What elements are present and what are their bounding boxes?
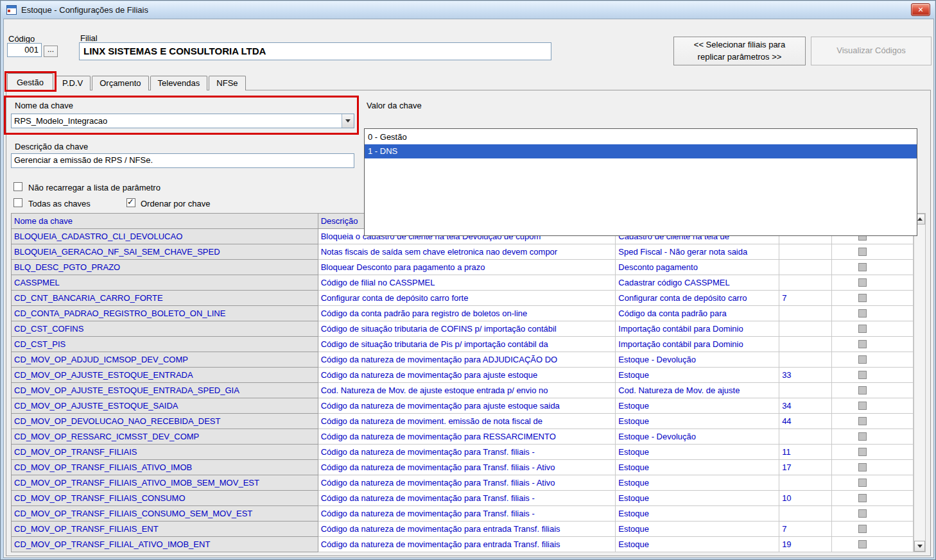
dropdown-option[interactable]: 0 - Gestão <box>365 130 917 144</box>
close-button[interactable]: ✕ <box>911 3 930 16</box>
codigo-field[interactable]: 001 <box>7 43 42 57</box>
codigo-label: Código <box>8 34 35 44</box>
replicar-line1: << Selecionar filiais para <box>694 39 785 51</box>
window-title: Estoque - Configurações de Filiais <box>21 5 148 15</box>
app-icon <box>6 5 17 15</box>
tab-orcamento[interactable]: Orçamento <box>92 76 148 90</box>
filial-label: Filial <box>80 33 98 43</box>
tab-nfse[interactable]: NFSe <box>209 76 245 90</box>
visualizar-codigos-button: Visualizar Códigos <box>811 37 932 65</box>
tab-pdv[interactable]: P.D.V <box>55 76 91 90</box>
filial-field[interactable]: LINX SISTEMAS E CONSULTORIA LTDA <box>79 42 551 60</box>
close-icon: ✕ <box>917 6 923 14</box>
tab-bar: Gestão P.D.V Orçamento Televendas NFSe <box>7 72 247 90</box>
replicar-parametros-button[interactable]: << Selecionar filiais para replicar parâ… <box>673 37 806 65</box>
tab-gestao[interactable]: Gestão <box>7 73 53 90</box>
dropdown-option[interactable]: 1 - DNS <box>365 144 917 158</box>
window: Estoque - Configurações de Filiais ✕ Cód… <box>0 0 936 560</box>
browse-button[interactable]: ... <box>44 46 58 57</box>
replicar-line2: replicar parâmetros >> <box>698 51 782 64</box>
title-bar[interactable]: Estoque - Configurações de Filiais <box>1 1 935 19</box>
valor-dropdown-list: 0 - Gestão1 - DNS <box>364 128 917 236</box>
tab-televendas[interactable]: Televendas <box>150 76 208 90</box>
